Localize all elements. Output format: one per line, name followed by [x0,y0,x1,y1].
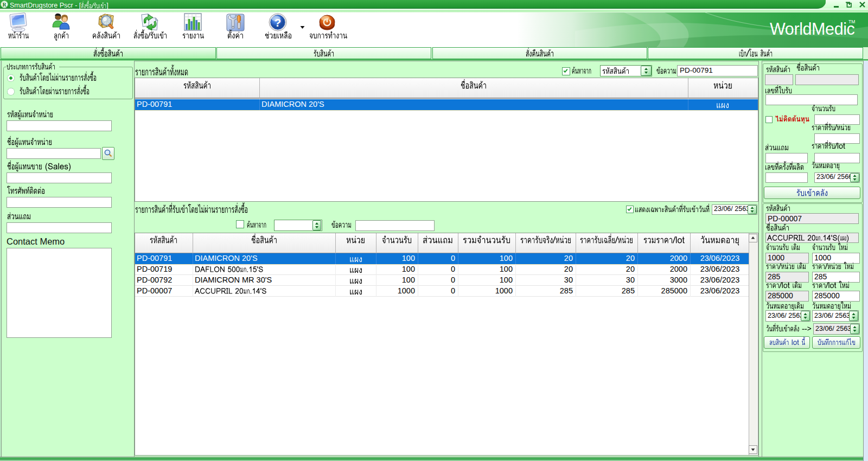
svg-text:R: R [2,2,7,8]
svg-text:?: ? [275,16,282,29]
